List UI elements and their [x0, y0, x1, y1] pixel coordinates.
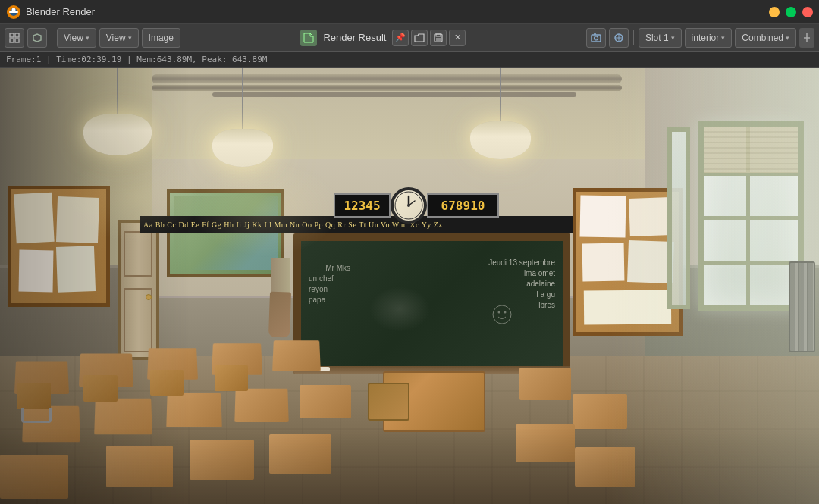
svg-point-2: [12, 8, 16, 11]
number-display-right: 678910: [427, 193, 499, 218]
chalk-drawing: [487, 302, 517, 328]
window-title: Blender Render: [26, 6, 769, 17]
chalk-smudge: [369, 286, 430, 332]
student-desk-right-2: [573, 394, 627, 429]
student-desk-12: [106, 446, 173, 487]
svg-point-11: [594, 36, 598, 40]
chevron-down-icon: ▾: [86, 34, 89, 42]
paper-note-1: [14, 193, 54, 244]
right-toolbar: Slot 1 ▾ interior ▾ Combined ▾: [586, 28, 814, 48]
render-folder-icon[interactable]: [411, 30, 428, 46]
paper-note-3: [19, 250, 54, 293]
svg-point-18: [493, 305, 511, 324]
student-desk-9: [234, 389, 288, 422]
scene-selector[interactable]: interior ▾: [685, 28, 733, 48]
chair-4: [215, 365, 248, 391]
blender-logo: [6, 5, 21, 20]
display-mode-selector[interactable]: Combined ▾: [735, 28, 796, 48]
status-text: Frame:1 | Time:02:39.19 | Mem:643.89M, P…: [6, 55, 267, 64]
window-blind: [704, 127, 798, 173]
render-area: Aa Bb Cc Dd Ee Ff Gg Hh Ii Jj Kk Ll Mm N…: [0, 68, 819, 504]
slot-chevron-icon: ▾: [671, 34, 675, 42]
classroom-render: Aa Bb Cc Dd Ee Ff Gg Hh Ii Jj Kk Ll Mm N…: [0, 68, 819, 504]
chalk-text-left: Mr Mks un chef reyon papa: [309, 252, 350, 316]
slot-selector[interactable]: Slot 1 ▾: [639, 28, 682, 48]
chair-1: [17, 383, 51, 409]
chevron-down-icon-2: ▾: [128, 34, 132, 42]
render-close-icon[interactable]: ✕: [449, 30, 466, 46]
svg-rect-5: [15, 33, 19, 37]
corkboard-right: [573, 188, 682, 336]
svg-rect-3: [9, 11, 18, 13]
clock-face: [394, 190, 424, 221]
student-desk-7: [94, 399, 152, 434]
paper-right-5: [584, 290, 671, 324]
scene-chevron-icon: ▾: [721, 34, 725, 42]
svg-rect-12: [594, 33, 596, 35]
door-knob: [146, 294, 152, 300]
chair-3: [150, 370, 184, 396]
minimize-button[interactable]: −: [769, 7, 780, 17]
chair-2: [83, 375, 118, 402]
chalkboard: Mr Mks un chef reyon papa Jeudi 13 septe…: [293, 233, 570, 374]
window-right-2-partial: [667, 127, 690, 309]
toolbar-separator-2: [633, 30, 634, 45]
paper-note-2: [56, 196, 99, 243]
classroom-map: [167, 189, 284, 277]
student-desk-right-3: [516, 424, 575, 462]
wall-clock: [391, 187, 427, 224]
image-menu[interactable]: Image: [142, 28, 180, 48]
toolbar-icon-2[interactable]: [27, 28, 47, 48]
ceiling-light-right: [470, 68, 531, 159]
window-controls[interactable]: − □ ×: [769, 7, 813, 17]
view-menu-2[interactable]: View ▾: [99, 28, 139, 48]
student-desk-14: [269, 434, 331, 474]
maximize-button[interactable]: □: [786, 7, 796, 17]
window-mullion-h-1: [704, 216, 798, 220]
toolbar-icon-1[interactable]: [5, 28, 24, 48]
window-mullion-h-3: [704, 261, 798, 265]
toolbar: View ▾ View ▾ Image Render Result 📌 ✕: [0, 24, 819, 52]
svg-rect-7: [15, 39, 19, 42]
hanging-coat: [268, 292, 291, 338]
student-desk-13: [190, 440, 254, 480]
teacher-chair: [368, 383, 410, 421]
render-result-label: Render Result: [323, 32, 386, 43]
camera-icon-btn[interactable]: [586, 28, 606, 48]
corkboard-left: [8, 186, 110, 307]
svg-point-20: [504, 311, 507, 314]
ceiling-light-center: [212, 68, 273, 167]
radiator: [789, 261, 815, 352]
render-save-icon[interactable]: [430, 30, 447, 46]
paper-right-2: [629, 197, 672, 236]
render-result-icons: 📌 ✕: [392, 30, 466, 46]
render-pin-icon[interactable]: 📌: [392, 30, 409, 46]
map-detail: [174, 196, 278, 270]
student-desk-right-4: [575, 447, 635, 487]
svg-rect-10: [592, 35, 601, 42]
title-bar: Blender Render − □ ×: [0, 0, 819, 24]
display-chevron-icon: ▾: [786, 34, 789, 42]
ceiling-light-left: [83, 68, 152, 155]
svg-rect-9: [436, 34, 441, 36]
student-desk-11: [0, 455, 68, 499]
paper-right-1: [580, 195, 626, 237]
render-result-area: Render Result 📌 ✕: [184, 30, 583, 46]
svg-point-17: [407, 204, 410, 207]
render-engine-icon[interactable]: [609, 28, 629, 48]
student-desk-8: [166, 393, 221, 427]
close-button[interactable]: ×: [802, 7, 813, 17]
chair-legs-1: [21, 408, 52, 423]
door-panel-top: [124, 231, 152, 277]
status-bar: Frame:1 | Time:02:39.19 | Mem:643.89M, P…: [0, 52, 819, 68]
render-icon: [300, 30, 317, 46]
paper-note-4: [56, 246, 96, 293]
paper-right-3: [582, 243, 625, 282]
zoom-icon-btn[interactable]: [799, 28, 814, 48]
svg-rect-6: [10, 39, 14, 42]
svg-point-19: [498, 311, 500, 314]
student-desk-right-1: [519, 368, 571, 400]
view-menu-1[interactable]: View ▾: [57, 28, 96, 48]
number-display-left: 12345: [334, 193, 391, 218]
svg-rect-4: [10, 33, 14, 37]
